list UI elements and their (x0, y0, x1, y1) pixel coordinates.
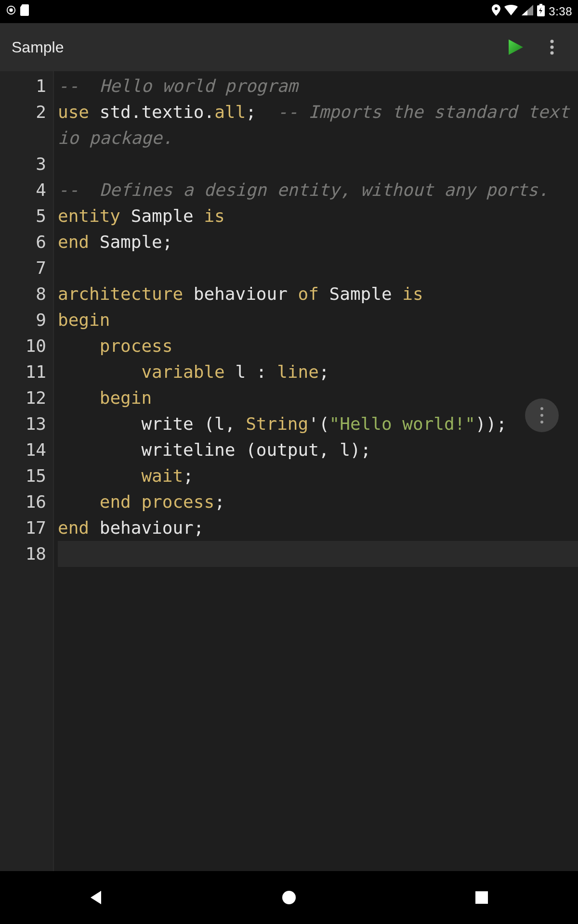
page-title: Sample (12, 38, 493, 56)
nav-home-button[interactable] (275, 883, 303, 912)
code-line[interactable]: use std.textio.all; -- Imports the stand… (58, 99, 578, 151)
nav-back-button[interactable] (82, 883, 111, 912)
status-left (6, 4, 30, 19)
code-line[interactable] (58, 151, 578, 177)
svg-point-4 (551, 40, 554, 43)
svg-point-5 (551, 46, 554, 49)
overflow-menu-button[interactable] (538, 33, 566, 62)
floating-more-button[interactable] (525, 398, 559, 432)
toolbar: Sample (0, 23, 578, 71)
code-line[interactable] (58, 255, 578, 281)
code-line[interactable]: -- Defines a design entity, without any … (58, 177, 578, 203)
nav-recent-button[interactable] (467, 883, 496, 912)
code-line[interactable]: entity Sample is (58, 203, 578, 229)
code-line[interactable]: architecture behaviour of Sample is (58, 281, 578, 307)
status-time: 3:38 (549, 5, 572, 18)
svg-point-1 (9, 8, 13, 12)
code-line[interactable]: wait; (58, 463, 578, 489)
code-line[interactable] (58, 541, 578, 567)
svg-point-7 (282, 891, 296, 904)
sd-card-icon (20, 4, 30, 19)
code-editor[interactable]: 123456789101112131415161718 -- Hello wor… (0, 71, 578, 871)
code-line[interactable]: end behaviour; (58, 515, 578, 541)
run-button[interactable] (501, 33, 530, 62)
camera-icon (6, 5, 16, 18)
code-line[interactable]: begin (58, 307, 578, 333)
svg-rect-3 (539, 4, 542, 5)
code-area[interactable]: -- Hello world programuse std.textio.all… (53, 71, 578, 871)
status-bar: 3:38 (0, 0, 578, 23)
code-line[interactable]: write (l, String'("Hello world!")); (58, 411, 578, 437)
svg-point-6 (551, 51, 554, 55)
location-icon (492, 4, 500, 19)
code-line[interactable]: begin (58, 385, 578, 411)
wifi-icon (504, 5, 518, 18)
code-line[interactable]: end process; (58, 489, 578, 515)
code-line[interactable]: end Sample; (58, 229, 578, 255)
gutter: 123456789101112131415161718 (0, 71, 53, 871)
status-right: 3:38 (492, 4, 572, 19)
svg-rect-8 (475, 891, 488, 904)
code-line[interactable]: writeline (output, l); (58, 437, 578, 463)
code-line[interactable]: variable l : line; (58, 359, 578, 385)
code-line[interactable]: -- Hello world program (58, 73, 578, 99)
code-line[interactable]: process (58, 333, 578, 359)
navigation-bar (0, 871, 578, 924)
battery-charging-icon (537, 4, 545, 19)
signal-icon (522, 5, 533, 18)
